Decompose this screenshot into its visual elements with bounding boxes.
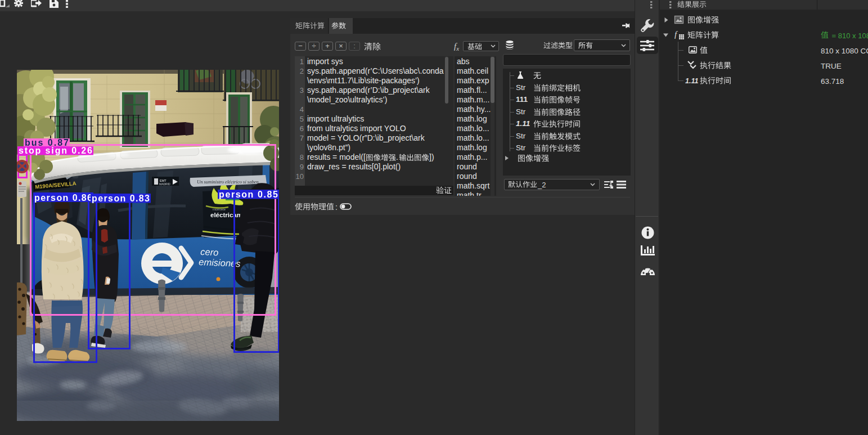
svg-text:muévete: muévete <box>213 208 226 211</box>
svg-text:f: f <box>674 30 678 39</box>
svg-text:person 0.83: person 0.83 <box>92 194 150 203</box>
svg-text:Un suministro eléctrico si sab: Un suministro eléctrico si saben... <box>197 179 262 185</box>
svg-text:cero: cero <box>200 246 219 257</box>
svg-text:person 0.85: person 0.85 <box>219 190 278 199</box>
svg-text:MADRID: MADRID <box>159 182 170 186</box>
svg-text:stop sign 0.26: stop sign 0.26 <box>19 146 92 155</box>
svg-text:person 0.86: person 0.86 <box>34 193 92 203</box>
